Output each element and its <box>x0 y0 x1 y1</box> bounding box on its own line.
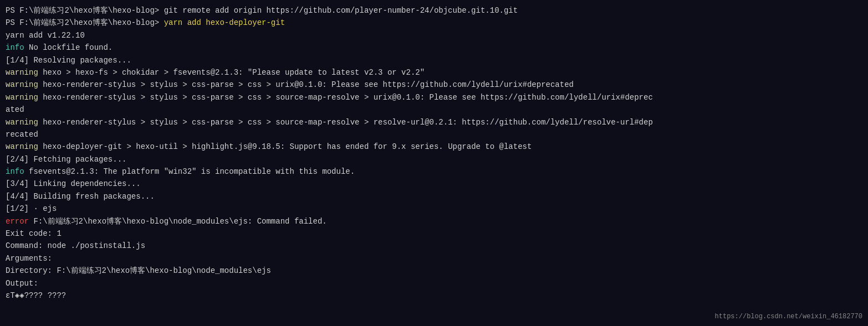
terminal-line: Exit code: 1 <box>6 227 862 240</box>
terminal-text: info <box>6 43 24 52</box>
terminal-line: warning hexo-renderer-stylus > stylus > … <box>6 79 862 91</box>
terminal-text: yarn add v1.22.10 <box>6 31 85 40</box>
terminal-text: hexo-deployer-git > hexo-util > highligh… <box>38 142 532 151</box>
terminal-text: warning <box>6 93 38 102</box>
terminal-text: Command: node ./postinstall.js <box>6 241 145 250</box>
terminal-text: hexo-renderer-stylus > stylus > css-pars… <box>38 118 653 127</box>
terminal-text: info <box>6 167 24 176</box>
terminal-window: PS F:\前端练习2\hexo博客\hexo-blog> git remote… <box>0 0 868 326</box>
terminal-text: [4/4] Building fresh packages... <box>6 192 155 201</box>
terminal-line: yarn add v1.22.10 <box>6 29 862 42</box>
terminal-text: PS F:\前端练习2\hexo博客\hexo-blog> git remote… <box>6 6 518 15</box>
terminal-line: Arguments: <box>6 252 862 265</box>
terminal-text: [1/4] Resolving packages... <box>6 56 131 65</box>
terminal-text: recated <box>6 130 38 139</box>
terminal-text: PS F:\前端练习2\hexo博客\hexo-blog> <box>6 18 164 27</box>
terminal-line: [3/4] Linking dependencies... <box>6 178 862 190</box>
terminal-line: warning hexo-renderer-stylus > stylus > … <box>6 91 862 104</box>
terminal-line: [4/4] Building fresh packages... <box>6 190 862 203</box>
terminal-text: hexo-renderer-stylus > stylus > css-pars… <box>38 93 653 102</box>
terminal-line: recated <box>6 128 862 141</box>
terminal-text: fsevents@2.1.3: The platform "win32" is … <box>24 167 355 176</box>
terminal-line: ated <box>6 104 862 116</box>
terminal-text: Exit code: 1 <box>6 229 62 238</box>
terminal-line: [1/4] Resolving packages... <box>6 54 862 66</box>
terminal-line: warning hexo-renderer-stylus > stylus > … <box>6 116 862 128</box>
terminal-text: warning <box>6 142 38 151</box>
terminal-line: Command: node ./postinstall.js <box>6 240 862 252</box>
terminal-line: εT◈◈???? ???? <box>6 289 862 302</box>
terminal-text: error <box>6 217 29 226</box>
terminal-text: Arguments: <box>6 254 52 263</box>
terminal-text: εT◈◈???? ???? <box>6 291 66 300</box>
terminal-text: warning <box>6 118 38 127</box>
terminal-line: info No lockfile found. <box>6 42 862 54</box>
terminal-text: No lockfile found. <box>24 43 113 52</box>
terminal-line: [2/4] Fetching packages... <box>6 153 862 165</box>
terminal-line: PS F:\前端练习2\hexo博客\hexo-blog> git remote… <box>6 4 862 17</box>
terminal-text: hexo-renderer-stylus > stylus > css-pars… <box>38 80 574 89</box>
terminal-line: warning hexo > hexo-fs > chokidar > fsev… <box>6 66 862 79</box>
terminal-line: PS F:\前端练习2\hexo博客\hexo-blog> yarn add h… <box>6 17 862 29</box>
terminal-text: [3/4] Linking dependencies... <box>6 179 141 188</box>
terminal-line: info fsevents@2.1.3: The platform "win32… <box>6 165 862 178</box>
terminal-text: F:\前端练习2\hexo博客\hexo-blog\node_modules\e… <box>29 217 327 226</box>
watermark: https://blog.csdn.net/weixin_46182770 <box>715 313 862 320</box>
terminal-text: warning <box>6 80 38 89</box>
terminal-line: [1/2] · ejs <box>6 203 862 215</box>
terminal-line: Output: <box>6 277 862 289</box>
terminal-line: error F:\前端练习2\hexo博客\hexo-blog\node_mod… <box>6 215 862 227</box>
terminal-line: warning hexo-deployer-git > hexo-util > … <box>6 141 862 153</box>
terminal-text: warning <box>6 68 38 77</box>
terminal-text: yarn add hexo-deployer-git <box>164 18 285 27</box>
terminal-line: Directory: F:\前端练习2\hexo博客\hexo-blog\nod… <box>6 265 862 277</box>
terminal-text: [1/2] · ejs <box>6 204 57 213</box>
terminal-text: Directory: F:\前端练习2\hexo博客\hexo-blog\nod… <box>6 266 271 275</box>
terminal-text: Output: <box>6 279 38 288</box>
terminal-text: hexo > hexo-fs > chokidar > fsevents@2.1… <box>38 68 425 77</box>
terminal-output: PS F:\前端练习2\hexo博客\hexo-blog> git remote… <box>6 4 862 302</box>
terminal-text: [2/4] Fetching packages... <box>6 155 126 164</box>
terminal-text: ated <box>6 105 24 114</box>
